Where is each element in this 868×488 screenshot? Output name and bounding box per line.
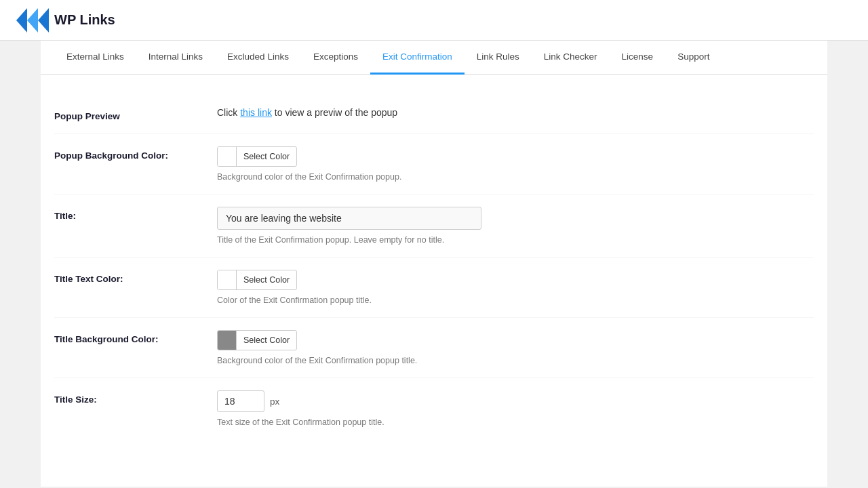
title-text-color-button[interactable]: Select Color (237, 272, 296, 287)
popup-bg-color-row: Popup Background Color: Select Color Bac… (54, 134, 814, 195)
main-content: External Links Internal Links Excluded L… (41, 41, 827, 487)
title-bg-color-picker[interactable]: Select Color (217, 330, 297, 350)
title-bg-color-label: Title Background Color: (54, 330, 217, 344)
title-bg-color-button[interactable]: Select Color (237, 333, 296, 348)
title-size-label: Title Size: (54, 390, 217, 405)
popup-bg-color-label: Popup Background Color: (54, 146, 217, 161)
popup-bg-color-picker[interactable]: Select Color (217, 146, 297, 167)
title-bg-color-description: Background color of the Exit Confirmatio… (217, 356, 814, 365)
tab-support[interactable]: Support (665, 41, 722, 75)
title-label: Title: (54, 207, 217, 221)
title-text-color-swatch (218, 270, 237, 289)
popup-preview-link[interactable]: this link (240, 107, 272, 118)
title-text-color-row: Title Text Color: Select Color Color of … (54, 258, 814, 318)
header: WP Links (0, 0, 868, 41)
svg-marker-1 (27, 8, 38, 33)
tab-internal-links[interactable]: Internal Links (136, 41, 215, 75)
title-description: Title of the Exit Confirmation popup. Le… (217, 235, 814, 245)
tab-link-checker[interactable]: Link Checker (532, 41, 610, 75)
tabs-nav: External Links Internal Links Excluded L… (41, 41, 827, 75)
logo-icon (16, 8, 49, 33)
tab-excluded-links[interactable]: Excluded Links (215, 41, 301, 75)
tab-link-rules[interactable]: Link Rules (465, 41, 532, 75)
title-size-description: Text size of the Exit Confirmation popup… (217, 418, 814, 427)
title-size-control: px Text size of the Exit Confirmation po… (217, 390, 814, 427)
title-input[interactable] (217, 207, 481, 230)
popup-bg-color-description: Background color of the Exit Confirmatio… (217, 172, 814, 182)
tab-external-links[interactable]: External Links (54, 41, 136, 75)
title-control: Title of the Exit Confirmation popup. Le… (217, 207, 814, 245)
title-bg-color-control: Select Color Background color of the Exi… (217, 330, 814, 365)
tab-exit-confirmation[interactable]: Exit Confirmation (370, 41, 465, 75)
title-bg-color-row: Title Background Color: Select Color Bac… (54, 318, 814, 378)
tab-license[interactable]: License (610, 41, 666, 75)
svg-marker-2 (38, 8, 49, 33)
title-bg-color-swatch (218, 331, 237, 350)
title-size-row: Title Size: px Text size of the Exit Con… (54, 378, 814, 439)
popup-preview-post-text: to view a previw of the popup (275, 107, 397, 118)
popup-preview-pre-text: Click (217, 107, 237, 118)
title-size-row-inner: px (217, 390, 814, 412)
tab-exceptions[interactable]: Exceptions (301, 41, 370, 75)
popup-bg-color-control: Select Color Background color of the Exi… (217, 146, 814, 182)
title-text-color-control: Select Color Color of the Exit Confirmat… (217, 270, 814, 305)
popup-bg-color-swatch (218, 147, 237, 166)
title-row: Title: Title of the Exit Confirmation po… (54, 195, 814, 258)
svg-marker-0 (16, 8, 27, 33)
title-size-unit: px (270, 396, 279, 407)
logo-text: WP Links (54, 12, 115, 28)
popup-preview-row: Popup Preview Click this link to view a … (54, 95, 814, 134)
content-area: Popup Preview Click this link to view a … (41, 75, 827, 460)
title-text-color-label: Title Text Color: (54, 270, 217, 284)
logo: WP Links (16, 8, 115, 33)
title-text-color-picker[interactable]: Select Color (217, 270, 297, 290)
popup-bg-color-button[interactable]: Select Color (237, 149, 296, 164)
title-size-input[interactable] (217, 390, 264, 412)
popup-preview-label: Popup Preview (54, 107, 217, 121)
popup-preview-control: Click this link to view a previw of the … (217, 107, 814, 118)
title-text-color-description: Color of the Exit Confirmation popup tit… (217, 296, 814, 305)
